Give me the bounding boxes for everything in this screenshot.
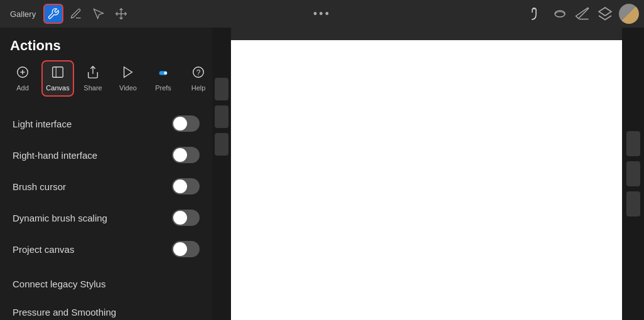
svg-text:?: ?: [196, 68, 201, 77]
canvas-white[interactable]: [231, 40, 622, 320]
modify-icon-box[interactable]: [66, 4, 86, 24]
select-icon: [92, 8, 105, 20]
icon-item-help[interactable]: ? Help: [182, 61, 212, 95]
smudge-svg: [552, 6, 567, 21]
actions-panel: Actions Add Canvas Sha: [0, 28, 212, 320]
project-canvas-label: Project canvas: [13, 244, 74, 255]
panel-title: Actions: [0, 28, 212, 60]
video-label: Video: [119, 84, 137, 92]
move-icon: [115, 8, 127, 20]
toggle-row-brush-cursor[interactable]: Brush cursor: [0, 171, 212, 202]
left-tool-3[interactable]: [215, 133, 228, 156]
right-hand-toggle[interactable]: [172, 147, 200, 163]
dynamic-brush-label: Dynamic brush scaling: [13, 213, 107, 223]
smudge-tool-icon[interactable]: [551, 5, 569, 23]
icon-item-prefs[interactable]: Prefs: [147, 61, 180, 95]
right-tool-2[interactable]: [626, 161, 640, 186]
wrench-icon: [47, 8, 60, 20]
eraser-tool-icon[interactable]: [574, 5, 591, 23]
brush-svg: [530, 6, 545, 21]
svg-marker-10: [124, 67, 132, 78]
toggle-row-right-hand[interactable]: Right-hand interface: [0, 139, 212, 171]
canvas-right-bar: [622, 28, 644, 320]
icon-row: Add Canvas Share Video: [0, 60, 212, 103]
top-bar-right: [529, 4, 639, 24]
main-content: Actions Add Canvas Sha: [0, 28, 644, 320]
share-icon: [86, 65, 100, 83]
add-icon: [16, 65, 30, 83]
move-icon-box[interactable]: [111, 4, 131, 24]
left-tool-1[interactable]: [215, 78, 228, 100]
icon-item-video[interactable]: Video: [112, 61, 144, 95]
layers-svg: [598, 6, 613, 21]
menu-row-pressure[interactable]: Pressure and Smoothing: [0, 298, 212, 320]
icon-item-share[interactable]: Share: [77, 61, 109, 95]
right-tool-3[interactable]: [626, 191, 640, 216]
icon-item-add[interactable]: Add: [6, 61, 39, 95]
pressure-label: Pressure and Smoothing: [13, 307, 116, 317]
select-icon-box[interactable]: [89, 4, 109, 24]
svg-marker-3: [599, 8, 611, 16]
light-interface-label: Light interface: [13, 119, 72, 129]
video-icon: [121, 65, 135, 83]
share-label: Share: [83, 84, 102, 92]
svg-point-12: [164, 72, 167, 75]
color-swatch[interactable]: [619, 4, 639, 24]
wrench-icon-box[interactable]: [43, 4, 63, 24]
svg-rect-7: [53, 67, 63, 78]
brush-cursor-label: Brush cursor: [13, 181, 66, 192]
top-bar: Gallery •••: [0, 0, 644, 28]
help-icon: ?: [191, 65, 205, 83]
help-label: Help: [191, 84, 206, 92]
light-interface-toggle[interactable]: [172, 115, 200, 132]
prefs-icon: [156, 65, 170, 83]
toggle-row-project-canvas[interactable]: Project canvas: [0, 233, 212, 265]
canvas-area: [212, 28, 644, 320]
dynamic-brush-toggle[interactable]: [172, 210, 200, 226]
layers-tool-icon[interactable]: [596, 5, 614, 23]
left-tools: [212, 28, 231, 320]
three-dots[interactable]: •••: [313, 8, 331, 21]
brush-tool-icon[interactable]: [529, 5, 546, 23]
brush-cursor-toggle[interactable]: [172, 178, 200, 195]
eraser-svg: [575, 6, 590, 21]
menu-row-connect-legacy[interactable]: Connect legacy Stylus: [0, 270, 212, 298]
toggle-row-light-interface[interactable]: Light interface: [0, 108, 212, 139]
gallery-button[interactable]: Gallery: [5, 7, 41, 21]
connect-legacy-label: Connect legacy Stylus: [13, 279, 105, 289]
toggle-row-dynamic-brush[interactable]: Dynamic brush scaling: [0, 202, 212, 233]
icon-item-canvas[interactable]: Canvas: [41, 60, 74, 97]
canvas-label: Canvas: [46, 84, 69, 92]
left-tool-2[interactable]: [215, 105, 228, 128]
project-canvas-toggle[interactable]: [172, 241, 200, 257]
add-label: Add: [16, 84, 29, 92]
prefs-label: Prefs: [155, 84, 171, 92]
right-hand-label: Right-hand interface: [13, 150, 97, 161]
canvas-icon: [51, 65, 65, 83]
top-bar-left: Gallery: [5, 4, 131, 24]
right-tool-1[interactable]: [626, 131, 640, 156]
modify-icon: [70, 8, 82, 20]
top-bar-center: •••: [313, 8, 331, 21]
